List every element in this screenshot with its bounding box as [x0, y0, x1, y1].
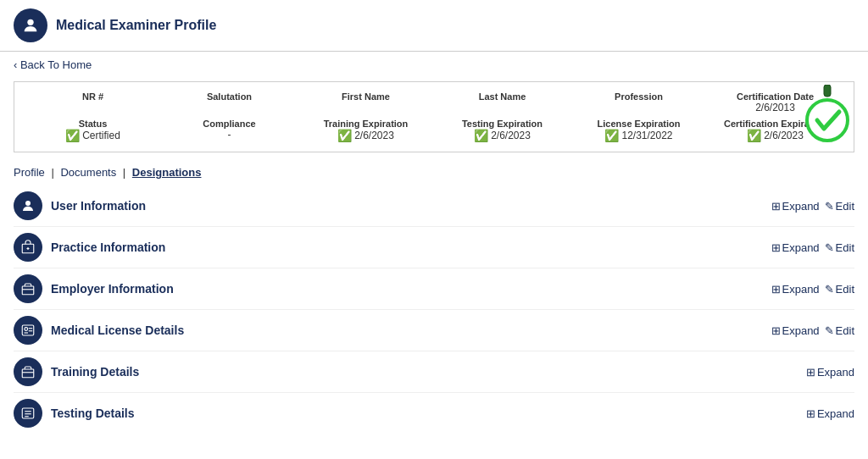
- expand-icon: ⊞: [771, 283, 781, 296]
- practice-info-label: Practice Information: [51, 241, 771, 254]
- testing-details-icon: [14, 399, 42, 428]
- compliance-cell: Compliance -: [161, 116, 298, 145]
- license-exp-value: ✅ 12/31/2022: [574, 129, 704, 142]
- nav-sep-2: |: [123, 166, 129, 179]
- section-row-testing-details: Testing Details ⊞ Expand: [14, 393, 854, 434]
- nr-cell: NR #: [25, 89, 161, 116]
- testing-exp-label: Testing Expiration: [437, 119, 567, 129]
- employer-info-icon: [14, 274, 42, 303]
- user-info-label: User Information: [51, 199, 771, 213]
- edit-icon: ✎: [825, 200, 834, 213]
- page-title: Medical Examiner Profile: [56, 18, 216, 33]
- expand-icon: ⊞: [771, 241, 781, 254]
- svg-rect-1: [824, 85, 831, 97]
- edit-icon: ✎: [825, 283, 834, 296]
- nav-documents[interactable]: Documents: [60, 166, 116, 179]
- svg-point-3: [25, 201, 31, 206]
- user-info-edit-button[interactable]: ✎ Edit: [825, 200, 854, 213]
- expand-icon: ⊞: [806, 366, 815, 379]
- training-details-actions: ⊞ Expand: [806, 366, 854, 379]
- employer-info-actions: ⊞ Expand ✎ Edit: [771, 283, 855, 296]
- testing-check-icon: ✅: [474, 129, 488, 142]
- training-details-label: Training Details: [51, 365, 806, 379]
- practice-info-expand-button[interactable]: ⊞ Expand: [771, 241, 820, 254]
- medical-license-icon: [14, 316, 42, 345]
- status-check-icon: ✅: [65, 129, 80, 142]
- testing-details-expand-button[interactable]: ⊞ Expand: [806, 407, 854, 420]
- svg-rect-9: [22, 325, 34, 335]
- practice-info-edit-button[interactable]: ✎ Edit: [825, 241, 854, 254]
- training-exp-label: Training Expiration: [301, 119, 431, 129]
- profession-label: Profession: [574, 91, 704, 102]
- testing-exp-cell: Testing Expiration ✅ 2/6/2023: [434, 116, 570, 145]
- section-row-employer-information: Employer Information ⊞ Expand ✎ Edit: [14, 268, 854, 310]
- testing-details-actions: ⊞ Expand: [806, 407, 854, 420]
- section-row-practice-information: Practice Information ⊞ Expand ✎ Edit: [14, 227, 854, 268]
- user-info-expand-button[interactable]: ⊞ Expand: [771, 200, 820, 213]
- compliance-label: Compliance: [164, 119, 294, 129]
- firstname-cell: First Name: [298, 89, 434, 116]
- practice-info-icon: [14, 233, 42, 262]
- lastname-value: [437, 102, 567, 113]
- user-info-actions: ⊞ Expand ✎ Edit: [771, 200, 855, 213]
- medical-license-actions: ⊞ Expand ✎ Edit: [771, 324, 855, 337]
- firstname-value: [301, 102, 431, 113]
- nav-wrap: Profile | Documents | Designations: [0, 161, 868, 185]
- table-data-row: Status ✅ Certified Compliance - Training…: [25, 116, 843, 145]
- edit-icon: ✎: [825, 324, 834, 337]
- medal-badge: [800, 85, 854, 147]
- employer-info-expand-button[interactable]: ⊞ Expand: [771, 283, 820, 296]
- edit-icon: ✎: [825, 241, 834, 254]
- svg-point-10: [25, 328, 28, 331]
- training-exp-cell: Training Expiration ✅ 2/6/2023: [298, 116, 434, 145]
- back-to-home-link[interactable]: Back To Home: [14, 58, 92, 71]
- status-cell: Status ✅ Certified: [25, 116, 161, 145]
- nav-sep-1: |: [51, 166, 57, 179]
- nav-profile[interactable]: Profile: [14, 166, 45, 179]
- nav-links: Profile | Documents | Designations: [0, 161, 868, 185]
- medical-license-edit-button[interactable]: ✎ Edit: [825, 324, 854, 337]
- status-label: Status: [28, 119, 158, 129]
- svg-point-0: [27, 19, 33, 25]
- section-row-medical-license: Medical License Details ⊞ Expand ✎ Edit: [14, 310, 854, 351]
- lastname-label: Last Name: [437, 91, 567, 102]
- svg-rect-14: [22, 369, 34, 378]
- license-exp-cell: License Expiration ✅ 12/31/2022: [570, 116, 707, 145]
- user-info-icon: [14, 191, 42, 220]
- header-icon: [14, 8, 47, 42]
- testing-exp-value: ✅ 2/6/2023: [437, 129, 567, 142]
- training-details-expand-button[interactable]: ⊞ Expand: [806, 366, 854, 379]
- compliance-value: -: [164, 129, 294, 141]
- back-link-container: Back To Home: [0, 52, 868, 78]
- section-row-user-information: User Information ⊞ Expand ✎ Edit: [14, 185, 854, 227]
- expand-icon: ⊞: [771, 324, 781, 337]
- salutation-label: Salutation: [164, 91, 294, 102]
- profession-cell: Profession: [570, 89, 707, 116]
- section-row-training-details: Training Details ⊞ Expand: [14, 351, 854, 393]
- training-check-icon: ✅: [337, 129, 352, 142]
- cert-exp-check-icon: ✅: [747, 129, 761, 142]
- medical-license-expand-button[interactable]: ⊞ Expand: [771, 324, 820, 337]
- medal-svg: [800, 85, 854, 144]
- nr-value: [28, 102, 158, 113]
- expand-icon: ⊞: [771, 200, 781, 213]
- medical-license-label: Medical License Details: [51, 324, 771, 337]
- salutation-cell: Salutation: [161, 89, 298, 116]
- profession-value: [574, 102, 704, 113]
- salutation-value: [164, 102, 294, 113]
- employer-info-label: Employer Information: [51, 282, 771, 296]
- training-details-icon: [14, 357, 42, 386]
- firstname-label: First Name: [301, 91, 431, 102]
- license-check-icon: ✅: [604, 129, 619, 142]
- training-exp-value: ✅ 2/6/2023: [301, 129, 431, 142]
- profile-info-table: NR # Salutation First Name Last Name Pro…: [14, 81, 854, 152]
- nav-designations[interactable]: Designations: [132, 166, 202, 179]
- page-header: Medical Examiner Profile: [0, 0, 868, 52]
- status-value: ✅ Certified: [28, 129, 158, 142]
- svg-rect-7: [22, 286, 34, 295]
- section-list: User Information ⊞ Expand ✎ Edit Practic…: [0, 185, 868, 434]
- table-header-row: NR # Salutation First Name Last Name Pro…: [25, 89, 843, 116]
- employer-info-edit-button[interactable]: ✎ Edit: [825, 283, 854, 296]
- lastname-cell: Last Name: [434, 89, 570, 116]
- svg-point-2: [807, 100, 848, 141]
